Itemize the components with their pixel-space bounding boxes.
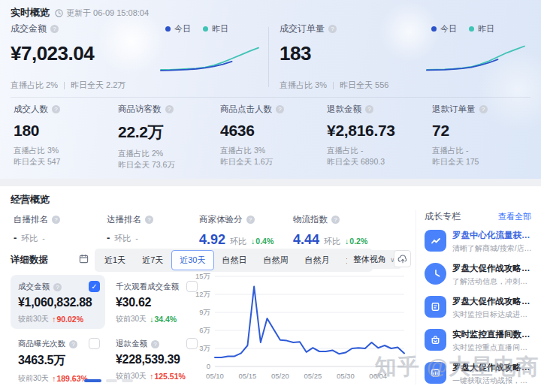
chart-legend: 今日 昨日 (431, 23, 494, 35)
tab-last-30-days[interactable]: 近30天 (171, 250, 213, 270)
metric-value: 72 (432, 122, 526, 140)
info-icon[interactable] (53, 283, 62, 291)
detail-card-value: ¥228,539.39 (116, 353, 195, 366)
metric-product-clicks[interactable]: 商品点击人数 4636 直播占比 3%昨日全天 1.6万 (220, 104, 314, 167)
view-all-link[interactable]: 查看全部 (498, 211, 531, 222)
detail-card-checkbox-2[interactable] (89, 338, 100, 349)
info-icon[interactable] (365, 105, 373, 113)
info-icon[interactable] (479, 105, 488, 113)
growth-title: 成长专栏 (425, 210, 461, 223)
line-chart-icon (425, 230, 446, 252)
svg-text:12万: 12万 (195, 290, 211, 298)
info-icon[interactable] (165, 105, 174, 113)
tab-last-7-days[interactable]: 近7天 (134, 250, 171, 270)
yesterday-dot-icon (203, 26, 208, 32)
info-icon[interactable] (331, 216, 340, 224)
svg-text:6万: 6万 (199, 326, 210, 334)
clock-icon (55, 9, 63, 17)
yesterday-dot-icon (469, 26, 474, 32)
realtime-title: 实时概览 (11, 6, 50, 20)
vertical-divider (268, 27, 269, 87)
gmv-value: ¥7,023.04 (11, 42, 94, 65)
carousel-page-1[interactable] (84, 379, 101, 382)
detail-title: 详细数据 (11, 254, 48, 267)
dashboard: 实时概览 更新于 06-09 15:08:04 成交金额 今日 昨日 ¥7,02… (0, 0, 541, 392)
export-cloud-icon (397, 254, 408, 264)
gmv-mini-chart (158, 36, 261, 80)
carousel-page-3[interactable] (122, 379, 133, 382)
svg-text:0: 0 (207, 362, 210, 370)
tab-natural-week[interactable]: 自然周 (255, 250, 297, 270)
carousel-page-2[interactable] (106, 379, 117, 382)
legend-today[interactable]: 今日 (165, 23, 191, 35)
legend-yesterday[interactable]: 昨日 (203, 23, 228, 35)
gmv-label: 成交金额 (11, 23, 47, 35)
detail-card-checkbox-0[interactable]: ✓ (89, 281, 100, 292)
metric-value: 22.2万 (118, 122, 212, 143)
cards-carousel-indicator (84, 379, 133, 382)
chart-legend: 今日 昨日 (165, 23, 228, 35)
metric-buyers[interactable]: 成交人数 180 直播占比 3%昨日全天 547 (14, 104, 107, 167)
business-title: 经营概览 (11, 193, 50, 207)
horizontal-divider (11, 97, 530, 98)
view-selector[interactable]: 整体视角∨ (347, 250, 401, 269)
export-button[interactable] (394, 250, 411, 267)
info-icon[interactable] (151, 340, 159, 348)
legend-today[interactable]: 今日 (431, 23, 457, 35)
orders-mini-chart (424, 36, 527, 80)
tab-natural-month[interactable]: 自然月 (297, 250, 338, 270)
orders-label: 成交订单量 (280, 23, 325, 35)
stat-logistics-index[interactable]: 物流指数 4.44 环比 0.2% (293, 214, 367, 248)
info-icon[interactable] (276, 105, 284, 113)
info-icon[interactable] (246, 216, 255, 224)
svg-text:05/15: 05/15 (239, 372, 257, 380)
gmv-footnote: 直播占比 2% 昨日全天 2.2万 (11, 80, 125, 91)
info-icon[interactable] (328, 25, 337, 33)
doc-icon (425, 296, 446, 318)
info-icon[interactable] (52, 216, 60, 224)
detail-card-value: ¥30.62 (116, 296, 195, 309)
info-icon[interactable] (69, 340, 77, 348)
gmv-card[interactable]: 成交金额 今日 昨日 ¥7,023.04 直播占比 2% 昨日全天 2.2万 (11, 23, 264, 93)
tab-last-1-day[interactable]: 近1天 (96, 250, 134, 270)
realtime-overview-panel: 实时概览 更新于 06-09 15:08:04 成交金额 今日 昨日 ¥7,02… (0, 0, 541, 179)
live-bag-icon (425, 329, 446, 351)
metric-product-visitors[interactable]: 商品访客数 22.2万 直播占比 2%昨日全天 73.6万 (118, 104, 212, 170)
watermark: 知乎 @大星电商 (375, 352, 539, 382)
svg-text:9万: 9万 (199, 308, 210, 316)
svg-text:15万: 15万 (195, 272, 211, 280)
detail-card-value: 3463.5万 (18, 353, 98, 369)
stat-merchant-experience-score[interactable]: 商家体验分 4.92 环比 0.4% (199, 214, 274, 248)
orders-card[interactable]: 成交订单量 今日 昨日 183 直播占比 3% 昨日全天 556 (280, 23, 530, 93)
today-dot-icon (431, 26, 437, 32)
growth-item-traffic-guide[interactable]: 罗盘中心化流量获取攻略 清晰了解商城/搜索/店铺装修… (425, 230, 533, 260)
metric-value: 4636 (220, 122, 314, 140)
svg-text:05/30: 05/30 (337, 372, 355, 380)
info-icon[interactable] (52, 105, 60, 113)
detail-card-value: ¥1,060,832.88 (18, 296, 98, 309)
metric-value: ¥2,816.73 (327, 122, 421, 140)
metric-refund-amount[interactable]: 退款金额 ¥2,816.73 直播占比 -昨日全天 6890.3 (327, 104, 421, 167)
tab-natural-day[interactable]: 自然日 (214, 250, 255, 270)
growth-item-promo-burst[interactable]: 罗盘大促作战攻略_爆发篇 实时监控目标达成进展，及时… (425, 296, 533, 326)
detail-card-exposures[interactable]: 商品曝光次数 3463.5万 较前30天 189.63% (11, 332, 105, 386)
stat-self-broadcast-rank[interactable]: 自播排名 - 环比 - (14, 214, 60, 244)
metric-refund-orders[interactable]: 退款订单量 72 直播占比 -昨日全天 175 (432, 104, 526, 167)
orders-value: 183 (280, 42, 311, 65)
detail-card-gmv[interactable]: 成交金额 ✓ ¥1,060,832.88 较前30天 90.02% (11, 275, 105, 329)
updated-timestamp: 更新于 06-09 15:08:04 (55, 8, 149, 19)
calendar-icon[interactable] (76, 251, 91, 266)
metric-value: 180 (14, 122, 107, 140)
pie-chart-icon (425, 263, 446, 285)
stat-talent-broadcast-rank[interactable]: 达播排名 - 环比 - (107, 214, 153, 244)
growth-item-promo-warmup[interactable]: 罗盘大促作战攻略_预热篇 了解活动信息，冲刺大促门槛… (425, 263, 533, 293)
orders-footnote: 直播占比 3% 昨日全天 556 (280, 80, 388, 91)
svg-text:3万: 3万 (199, 344, 210, 352)
svg-text:05/25: 05/25 (304, 372, 322, 380)
svg-text:05/20: 05/20 (271, 372, 289, 380)
legend-yesterday[interactable]: 昨日 (469, 23, 494, 35)
today-dot-icon (165, 26, 171, 32)
info-icon[interactable] (145, 216, 153, 224)
updated-text: 更新于 06-09 15:08:04 (66, 8, 149, 19)
info-icon[interactable] (50, 25, 59, 33)
